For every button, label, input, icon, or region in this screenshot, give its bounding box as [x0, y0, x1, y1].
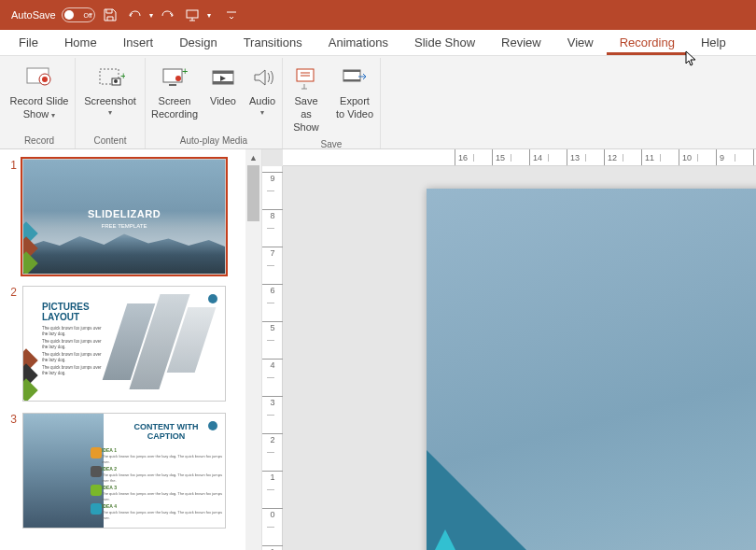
slide-thumb-row: 3 CONTENT WITHCAPTION IDEA 1The quick br…	[7, 413, 254, 529]
tab-design[interactable]: Design	[166, 30, 230, 55]
svg-rect-17	[343, 70, 360, 72]
slide-thumb-row: 1 SLIDELIZARD FREE TEMPLATE	[7, 159, 254, 275]
slide-thumbnail-2[interactable]: PICTURESLAYOUT The quick brown fox jumps…	[22, 286, 226, 402]
tab-recording[interactable]: Recording	[607, 30, 688, 55]
panel-scrollbar[interactable]: ▲	[245, 149, 261, 550]
horizontal-ruler[interactable]: 1615141312111098	[283, 149, 756, 166]
screen-recording-icon: +	[158, 62, 191, 93]
svg-point-3	[42, 77, 48, 82]
audio-button[interactable]: Audio ▾	[243, 58, 282, 134]
tab-review[interactable]: Review	[488, 30, 554, 55]
svg-rect-0	[187, 10, 198, 18]
undo-icon[interactable]	[125, 6, 144, 24]
ribbon-tabs: File Home Insert Design Transitions Anim…	[0, 30, 756, 56]
title-bar: AutoSave Off ▾ ▾	[0, 0, 756, 30]
video-icon	[206, 62, 240, 93]
slide-number: 3	[7, 413, 22, 529]
svg-rect-18	[343, 79, 360, 81]
scroll-up-icon[interactable]: ▲	[245, 149, 261, 165]
export-video-icon	[338, 62, 371, 93]
record-slideshow-icon	[22, 62, 56, 93]
ribbon: Record Slide Show ▾ Record + Screenshot …	[0, 56, 756, 149]
chevron-down-icon: ▾	[51, 111, 55, 120]
scroll-thumb[interactable]	[247, 165, 259, 221]
group-content: + Screenshot ▾ Content	[76, 58, 146, 148]
tab-transitions[interactable]: Transitions	[231, 30, 315, 55]
screen-recording-button[interactable]: + Screen Recording	[146, 58, 203, 134]
tab-slideshow[interactable]: Slide Show	[401, 30, 488, 55]
slide-panel: 1 SLIDELIZARD FREE TEMPLATE 2 PICTURESLA…	[0, 149, 262, 550]
group-autoplay: + Screen Recording Video Audio ▾ Auto-pl…	[146, 58, 283, 148]
tab-insert[interactable]: Insert	[110, 30, 167, 55]
slide-stage: 1615141312111098 9876543210123456	[262, 149, 756, 550]
main: 1 SLIDELIZARD FREE TEMPLATE 2 PICTURESLA…	[0, 149, 756, 550]
undo-dropdown[interactable]: ▾	[149, 11, 153, 20]
save-as-show-button[interactable]: Save as Show	[283, 58, 329, 137]
record-slideshow-button[interactable]: Record Slide Show ▾	[4, 58, 75, 134]
svg-text:+: +	[182, 65, 188, 77]
tab-animations[interactable]: Animations	[315, 30, 401, 55]
screenshot-button[interactable]: + Screenshot ▾	[76, 58, 145, 134]
present-dropdown[interactable]: ▾	[207, 11, 211, 20]
tab-view[interactable]: View	[554, 30, 607, 55]
slide-canvas[interactable]	[427, 189, 756, 550]
redo-icon[interactable]	[159, 6, 177, 24]
video-button[interactable]: Video	[203, 58, 243, 134]
qat-customize-icon[interactable]	[222, 6, 241, 24]
chevron-down-icon: ▾	[108, 108, 112, 118]
export-video-button[interactable]: Export to Video	[329, 58, 380, 137]
slide-thumbnail-3[interactable]: CONTENT WITHCAPTION IDEA 1The quick brow…	[22, 413, 226, 529]
svg-rect-13	[213, 71, 233, 74]
present-icon[interactable]	[183, 6, 202, 24]
save-as-show-icon	[289, 62, 323, 93]
autosave-toggle[interactable]: Off	[62, 7, 95, 22]
mouse-cursor	[685, 50, 698, 67]
slide-thumbnail-1[interactable]: SLIDELIZARD FREE TEMPLATE	[22, 159, 226, 275]
chevron-down-icon: ▾	[260, 108, 264, 118]
slide-number: 2	[7, 286, 22, 402]
group-save: Save as Show Export to Video Save	[283, 58, 381, 148]
audio-icon	[245, 62, 279, 93]
svg-text:+: +	[120, 70, 125, 81]
slide-thumb-row: 2 PICTURESLAYOUT The quick brown fox jum…	[7, 286, 254, 402]
autosave-label: AutoSave	[11, 9, 56, 21]
svg-rect-9	[169, 84, 176, 86]
screenshot-icon: +	[93, 62, 127, 93]
svg-point-10	[175, 76, 181, 81]
slide-number: 1	[7, 159, 22, 275]
tab-file[interactable]: File	[6, 30, 51, 55]
group-record: Record Slide Show ▾ Record	[4, 58, 76, 148]
tab-home[interactable]: Home	[51, 30, 110, 55]
svg-point-6	[114, 79, 118, 83]
vertical-ruler[interactable]: 9876543210123456	[262, 166, 283, 550]
save-icon[interactable]	[101, 6, 119, 24]
svg-rect-14	[213, 81, 233, 84]
